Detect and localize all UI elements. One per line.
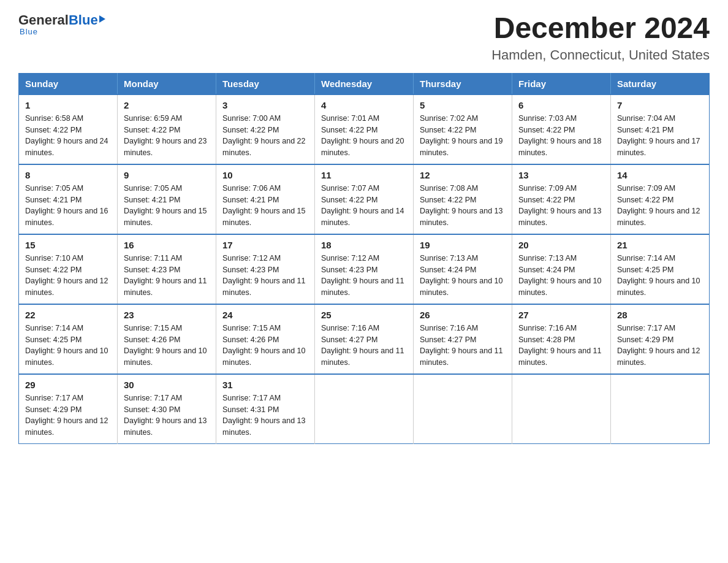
- day-info: Sunrise: 7:03 AM Sunset: 4:22 PM Dayligh…: [518, 113, 604, 159]
- day-info: Sunrise: 6:58 AM Sunset: 4:22 PM Dayligh…: [25, 113, 111, 159]
- calendar-header-row: SundayMondayTuesdayWednesdayThursdayFrid…: [19, 73, 710, 94]
- day-number: 23: [124, 310, 210, 320]
- day-info: Sunrise: 7:14 AM Sunset: 4:25 PM Dayligh…: [25, 323, 111, 369]
- calendar-cell: [315, 374, 414, 444]
- day-number: 26: [420, 310, 506, 320]
- day-number: 21: [617, 240, 703, 250]
- calendar-cell: 28 Sunrise: 7:17 AM Sunset: 4:29 PM Dayl…: [611, 304, 710, 374]
- calendar-cell: 31 Sunrise: 7:17 AM Sunset: 4:31 PM Dayl…: [216, 374, 315, 444]
- calendar-cell: 10 Sunrise: 7:06 AM Sunset: 4:21 PM Dayl…: [216, 164, 315, 234]
- day-number: 31: [222, 380, 308, 390]
- calendar-week-row: 15 Sunrise: 7:10 AM Sunset: 4:22 PM Dayl…: [19, 234, 710, 304]
- day-number: 15: [25, 240, 111, 250]
- logo-general-text: General: [18, 12, 69, 28]
- day-number: 19: [420, 240, 506, 250]
- day-info: Sunrise: 7:16 AM Sunset: 4:27 PM Dayligh…: [420, 323, 506, 369]
- calendar-cell: 26 Sunrise: 7:16 AM Sunset: 4:27 PM Dayl…: [414, 304, 512, 374]
- day-info: Sunrise: 7:12 AM Sunset: 4:23 PM Dayligh…: [321, 253, 407, 299]
- day-number: 18: [321, 240, 407, 250]
- calendar-cell: 7 Sunrise: 7:04 AM Sunset: 4:21 PM Dayli…: [611, 94, 710, 164]
- day-info: Sunrise: 7:06 AM Sunset: 4:21 PM Dayligh…: [222, 183, 308, 229]
- header-sunday: Sunday: [19, 73, 118, 94]
- calendar-cell: 3 Sunrise: 7:00 AM Sunset: 4:22 PM Dayli…: [216, 94, 315, 164]
- header-monday: Monday: [118, 73, 216, 94]
- calendar-cell: 22 Sunrise: 7:14 AM Sunset: 4:25 PM Dayl…: [19, 304, 118, 374]
- day-number: 24: [222, 310, 308, 320]
- calendar-cell: 19 Sunrise: 7:13 AM Sunset: 4:24 PM Dayl…: [414, 234, 512, 304]
- day-info: Sunrise: 7:17 AM Sunset: 4:31 PM Dayligh…: [222, 393, 308, 439]
- day-info: Sunrise: 7:13 AM Sunset: 4:24 PM Dayligh…: [420, 253, 506, 299]
- day-info: Sunrise: 7:14 AM Sunset: 4:25 PM Dayligh…: [617, 253, 703, 299]
- header-tuesday: Tuesday: [216, 73, 315, 94]
- title-section: December 2024 Hamden, Connecticut, Unite…: [491, 12, 710, 63]
- calendar-cell: 14 Sunrise: 7:09 AM Sunset: 4:22 PM Dayl…: [611, 164, 710, 234]
- day-number: 5: [420, 100, 506, 110]
- calendar-cell: 12 Sunrise: 7:08 AM Sunset: 4:22 PM Dayl…: [414, 164, 512, 234]
- calendar-week-row: 29 Sunrise: 7:17 AM Sunset: 4:29 PM Dayl…: [19, 374, 710, 444]
- day-number: 9: [124, 170, 210, 180]
- day-info: Sunrise: 7:07 AM Sunset: 4:22 PM Dayligh…: [321, 183, 407, 229]
- day-number: 1: [25, 100, 111, 110]
- day-info: Sunrise: 7:16 AM Sunset: 4:28 PM Dayligh…: [518, 323, 604, 369]
- day-info: Sunrise: 7:15 AM Sunset: 4:26 PM Dayligh…: [124, 323, 210, 369]
- day-number: 14: [617, 170, 703, 180]
- logo-blue-text: Blue: [69, 12, 98, 28]
- calendar-cell: 23 Sunrise: 7:15 AM Sunset: 4:26 PM Dayl…: [118, 304, 216, 374]
- day-number: 11: [321, 170, 407, 180]
- day-number: 3: [222, 100, 308, 110]
- calendar-cell: 11 Sunrise: 7:07 AM Sunset: 4:22 PM Dayl…: [315, 164, 414, 234]
- day-number: 10: [222, 170, 308, 180]
- day-info: Sunrise: 7:17 AM Sunset: 4:29 PM Dayligh…: [617, 323, 703, 369]
- day-number: 6: [518, 100, 604, 110]
- day-number: 30: [124, 380, 210, 390]
- calendar-cell: 1 Sunrise: 6:58 AM Sunset: 4:22 PM Dayli…: [19, 94, 118, 164]
- day-info: Sunrise: 7:05 AM Sunset: 4:21 PM Dayligh…: [124, 183, 210, 229]
- day-info: Sunrise: 7:00 AM Sunset: 4:22 PM Dayligh…: [222, 113, 308, 159]
- day-number: 8: [25, 170, 111, 180]
- day-number: 4: [321, 100, 407, 110]
- day-number: 22: [25, 310, 111, 320]
- calendar-cell: [512, 374, 611, 444]
- day-info: Sunrise: 7:13 AM Sunset: 4:24 PM Dayligh…: [518, 253, 604, 299]
- calendar-cell: 15 Sunrise: 7:10 AM Sunset: 4:22 PM Dayl…: [19, 234, 118, 304]
- month-title: December 2024: [491, 12, 710, 45]
- calendar-cell: 18 Sunrise: 7:12 AM Sunset: 4:23 PM Dayl…: [315, 234, 414, 304]
- calendar-cell: 29 Sunrise: 7:17 AM Sunset: 4:29 PM Dayl…: [19, 374, 118, 444]
- day-info: Sunrise: 7:08 AM Sunset: 4:22 PM Dayligh…: [420, 183, 506, 229]
- day-info: Sunrise: 7:09 AM Sunset: 4:22 PM Dayligh…: [617, 183, 703, 229]
- day-number: 28: [617, 310, 703, 320]
- calendar-week-row: 22 Sunrise: 7:14 AM Sunset: 4:25 PM Dayl…: [19, 304, 710, 374]
- calendar-cell: 27 Sunrise: 7:16 AM Sunset: 4:28 PM Dayl…: [512, 304, 611, 374]
- calendar-week-row: 1 Sunrise: 6:58 AM Sunset: 4:22 PM Dayli…: [19, 94, 710, 164]
- calendar-cell: 17 Sunrise: 7:12 AM Sunset: 4:23 PM Dayl…: [216, 234, 315, 304]
- day-info: Sunrise: 7:12 AM Sunset: 4:23 PM Dayligh…: [222, 253, 308, 299]
- day-info: Sunrise: 7:17 AM Sunset: 4:29 PM Dayligh…: [25, 393, 111, 439]
- day-info: Sunrise: 7:01 AM Sunset: 4:22 PM Dayligh…: [321, 113, 407, 159]
- day-info: Sunrise: 7:02 AM Sunset: 4:22 PM Dayligh…: [420, 113, 506, 159]
- day-info: Sunrise: 6:59 AM Sunset: 4:22 PM Dayligh…: [124, 113, 210, 159]
- day-number: 16: [124, 240, 210, 250]
- day-info: Sunrise: 7:16 AM Sunset: 4:27 PM Dayligh…: [321, 323, 407, 369]
- calendar-cell: 30 Sunrise: 7:17 AM Sunset: 4:30 PM Dayl…: [118, 374, 216, 444]
- day-number: 17: [222, 240, 308, 250]
- header-friday: Friday: [512, 73, 611, 94]
- day-number: 12: [420, 170, 506, 180]
- calendar-table: SundayMondayTuesdayWednesdayThursdayFrid…: [18, 73, 710, 444]
- header-saturday: Saturday: [611, 73, 710, 94]
- day-info: Sunrise: 7:15 AM Sunset: 4:26 PM Dayligh…: [222, 323, 308, 369]
- calendar-cell: 6 Sunrise: 7:03 AM Sunset: 4:22 PM Dayli…: [512, 94, 611, 164]
- calendar-cell: 4 Sunrise: 7:01 AM Sunset: 4:22 PM Dayli…: [315, 94, 414, 164]
- day-number: 29: [25, 380, 111, 390]
- logo-arrow-icon: [99, 15, 105, 23]
- day-number: 20: [518, 240, 604, 250]
- calendar-cell: [414, 374, 512, 444]
- day-info: Sunrise: 7:04 AM Sunset: 4:21 PM Dayligh…: [617, 113, 703, 159]
- calendar-cell: 25 Sunrise: 7:16 AM Sunset: 4:27 PM Dayl…: [315, 304, 414, 374]
- calendar-cell: 5 Sunrise: 7:02 AM Sunset: 4:22 PM Dayli…: [414, 94, 512, 164]
- day-number: 7: [617, 100, 703, 110]
- day-info: Sunrise: 7:11 AM Sunset: 4:23 PM Dayligh…: [124, 253, 210, 299]
- day-info: Sunrise: 7:17 AM Sunset: 4:30 PM Dayligh…: [124, 393, 210, 439]
- calendar-cell: 2 Sunrise: 6:59 AM Sunset: 4:22 PM Dayli…: [118, 94, 216, 164]
- location-title: Hamden, Connecticut, United States: [491, 47, 710, 63]
- calendar-cell: 24 Sunrise: 7:15 AM Sunset: 4:26 PM Dayl…: [216, 304, 315, 374]
